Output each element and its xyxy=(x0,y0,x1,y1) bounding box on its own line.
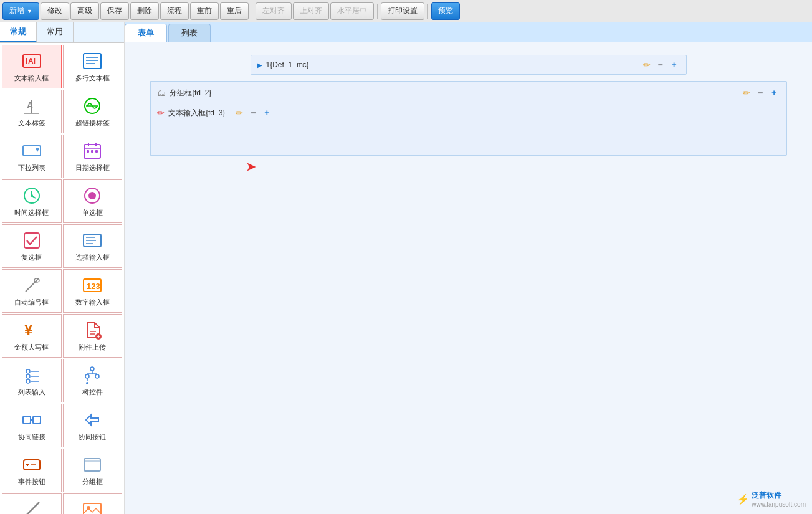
component-amount[interactable]: ¥ 金额大写框 xyxy=(2,314,62,358)
separator-1 xyxy=(252,4,252,19)
flow-button[interactable]: 流程 xyxy=(160,2,189,20)
group-box-icon xyxy=(81,454,103,475)
component-text-input[interactable]: Ai 文本输入框 xyxy=(2,45,62,88)
group-box-plus-btn[interactable]: + xyxy=(768,87,780,98)
svg-rect-58 xyxy=(33,416,41,424)
svg-point-45 xyxy=(26,374,30,378)
group-box-edit-btn[interactable]: ✏ xyxy=(741,87,752,98)
component-attachment[interactable]: 附件上传 xyxy=(63,314,123,358)
tab-form[interactable]: 表单 xyxy=(125,24,167,42)
text-label-label: 文本标签 xyxy=(18,118,45,128)
component-checkbox[interactable]: 复选框 xyxy=(2,224,62,268)
def-field-name: 1{Def_1_mc} xyxy=(266,60,309,69)
print-settings-button[interactable]: 打印设置 xyxy=(381,2,424,20)
canvas-arrow-indicator: ➤ xyxy=(246,160,256,174)
group-box-header: 🗂 分组框{fd_2} ✏ − + xyxy=(151,82,786,103)
component-auto-number[interactable]: 自动编号框 xyxy=(2,269,62,313)
checkbox-icon xyxy=(21,230,43,250)
edit-button[interactable]: 修改 xyxy=(41,2,69,20)
def-field-plus-btn[interactable]: + xyxy=(669,59,680,70)
group-box-label: 分组框 xyxy=(82,477,103,487)
time-picker-icon xyxy=(21,185,43,206)
tab-common[interactable]: 常用 xyxy=(37,22,74,42)
svg-point-56 xyxy=(86,382,88,384)
tab-normal[interactable]: 常规 xyxy=(0,22,37,42)
date-picker-icon xyxy=(81,140,103,161)
text-input-label: 文本输入框 xyxy=(14,74,49,83)
save-button[interactable]: 保存 xyxy=(100,2,129,20)
align-left-button[interactable]: 左对齐 xyxy=(256,2,292,20)
right-tabs: 表单 列表 xyxy=(125,22,812,42)
radio-label: 单选框 xyxy=(82,208,103,217)
main-layout: 常规 常用 Ai 文本输入框 xyxy=(0,22,812,514)
svg-point-49 xyxy=(90,367,94,371)
tab-list[interactable]: 列表 xyxy=(168,24,211,42)
def-field-actions: ✏ − + xyxy=(641,59,680,70)
component-image[interactable]: 图片 xyxy=(63,493,123,514)
component-list-input[interactable]: 列表输入 xyxy=(2,359,62,402)
component-event-btn[interactable]: 事件按钮 xyxy=(2,449,62,492)
left-tabs: 常规 常用 xyxy=(0,22,124,43)
svg-text:123: 123 xyxy=(87,282,100,291)
collab-btn-label: 协同按钮 xyxy=(79,432,106,442)
component-grid: Ai 文本输入框 多行文本框 xyxy=(0,43,124,514)
svg-line-66 xyxy=(24,502,39,515)
svg-rect-4 xyxy=(84,54,101,69)
text-input-edit-btn[interactable]: ✏ xyxy=(234,107,245,118)
number-input-icon: 123 xyxy=(81,275,103,295)
component-group-box[interactable]: 分组框 xyxy=(63,449,123,492)
def-field-arrow-icon: ▶ xyxy=(257,62,262,69)
component-time-picker[interactable]: 时间选择框 xyxy=(2,179,62,223)
group-box-left: 🗂 分组框{fd_2} xyxy=(157,88,211,98)
multiline-text-label: 多行文本框 xyxy=(75,74,110,83)
component-line[interactable]: 直线 xyxy=(2,493,62,514)
component-date-picker[interactable]: 日期选择框 xyxy=(63,135,123,178)
text-input-minus-btn[interactable]: − xyxy=(247,107,259,118)
def-field-edit-btn[interactable]: ✏ xyxy=(641,59,652,70)
text-label-icon: A xyxy=(21,95,43,116)
collab-link-label: 协同链接 xyxy=(18,432,45,442)
component-number-input[interactable]: 123 数字输入框 xyxy=(63,269,123,313)
component-select-input[interactable]: 选择输入框 xyxy=(63,224,123,268)
date-picker-label: 日期选择框 xyxy=(75,163,110,173)
component-collab-btn[interactable]: 协同按钮 xyxy=(63,404,123,447)
list-input-icon xyxy=(21,364,43,385)
component-radio[interactable]: 单选框 xyxy=(63,179,123,223)
text-input-field-actions: ✏ − + xyxy=(234,107,272,118)
component-dropdown[interactable]: 下拉列表 xyxy=(2,135,62,178)
canvas-area: ➤ ▶ 1{Def_1_mc} ✏ − + 🗂 分组框{fd_2 xyxy=(125,42,812,514)
logo-icon: ⚡ xyxy=(737,493,749,505)
svg-marker-14 xyxy=(36,148,39,152)
component-collab-link[interactable]: 协同链接 xyxy=(2,404,62,447)
svg-point-27 xyxy=(88,192,96,199)
group-box-minus-btn[interactable]: − xyxy=(755,87,766,98)
def-field-minus-btn[interactable]: − xyxy=(655,59,666,70)
align-top-button[interactable]: 上对齐 xyxy=(293,2,329,20)
preview-button[interactable]: 预览 xyxy=(431,2,460,20)
redo-button[interactable]: 重后 xyxy=(220,2,249,20)
align-center-button[interactable]: 水平居中 xyxy=(330,2,374,20)
advanced-button[interactable]: 高级 xyxy=(70,2,99,20)
add-button[interactable]: 新增 ▼ xyxy=(2,2,39,20)
text-input-plus-btn[interactable]: + xyxy=(261,107,272,118)
svg-text:A: A xyxy=(27,100,33,110)
svg-point-53 xyxy=(85,374,89,378)
select-input-icon xyxy=(81,230,103,250)
select-input-label: 选择输入框 xyxy=(75,253,110,262)
component-tree[interactable]: 树控件 xyxy=(63,359,123,402)
event-btn-icon xyxy=(21,454,43,475)
undo-button[interactable]: 重前 xyxy=(190,2,219,20)
attachment-icon xyxy=(81,320,103,340)
component-hyperlink[interactable]: 超链接标签 xyxy=(63,90,123,133)
component-multiline-text[interactable]: 多行文本框 xyxy=(63,45,123,88)
separator-3 xyxy=(427,4,428,19)
delete-button[interactable]: 删除 xyxy=(130,2,159,20)
radio-icon xyxy=(81,185,103,206)
text-input-field-icon: ✏ xyxy=(157,108,165,118)
add-label: 新增 xyxy=(9,6,24,16)
checkbox-label: 复选框 xyxy=(21,253,42,262)
dropdown-label: 下拉列表 xyxy=(18,163,45,173)
number-input-label: 数字输入框 xyxy=(75,298,110,307)
component-text-label[interactable]: A 文本标签 xyxy=(2,90,62,133)
amount-label: 金额大写框 xyxy=(14,343,49,352)
